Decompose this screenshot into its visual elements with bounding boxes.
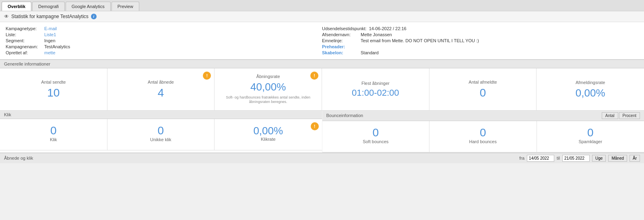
- bounce-stats: 0 Soft bounces 0 Hard bounces 0 Spamklag…: [322, 121, 644, 152]
- info-icon[interactable]: i: [91, 14, 97, 19]
- label-emnelinje: Emnelinje:: [322, 38, 358, 43]
- info-row-kampagnetype: Kampagnetype: E-mail: [6, 26, 322, 31]
- footer-label: Åbnede og klik: [4, 156, 33, 160]
- stat-afmeldingsrate: Afmeldingsrate 0,00%: [537, 68, 644, 110]
- period-btn-aar[interactable]: År: [630, 155, 640, 162]
- klik-section: Klik 0 Klik 0 Unikke klik ! 0,00% Klikra…: [0, 111, 322, 152]
- bounce-buttons: Antal Procent: [602, 112, 640, 119]
- label-kampagnetype: Kampagnetype:: [6, 26, 42, 31]
- page-title: Statistik for kampagne TestAnalytics: [11, 14, 89, 19]
- value-segment: Ingen: [44, 38, 56, 43]
- eye-icon: 👁: [4, 14, 9, 19]
- value-kampagnetype: E-mail: [44, 26, 57, 31]
- stat-value-soft-bounces: 0: [372, 127, 379, 139]
- label-afsender: Afsendernavn:: [322, 32, 358, 37]
- stat-label-abningsrate: Åbningsrate: [256, 74, 280, 79]
- value-emnelinje: Test email from Mette. DO NOT OPEN UNTIL…: [361, 38, 479, 43]
- alert-badge-abningsrate[interactable]: !: [310, 72, 318, 80]
- stat-klikrate: ! 0,00% Klikrate: [215, 119, 322, 150]
- value-skabelon: Standard: [361, 50, 379, 55]
- stat-value-antal-afmeldte: 0: [480, 87, 486, 99]
- stat-label-antal-abnede: Antal åbnede: [148, 80, 174, 84]
- label-kampagnenavn: Kampagnenavn:: [6, 44, 42, 49]
- stat-value-abningsrate: 40,00%: [250, 81, 286, 93]
- bounce-section-header: Bounceinformation Antal Procent: [322, 111, 644, 121]
- stat-klik: 0 Klik: [0, 119, 107, 150]
- klik-section-header: Klik: [0, 111, 322, 119]
- stat-value-hard-bounces: 0: [480, 127, 486, 139]
- stat-label-afmeldingsrate: Afmeldingsrate: [576, 80, 605, 85]
- lower-section: Klik 0 Klik 0 Unikke klik ! 0,00% Klikra…: [0, 111, 644, 153]
- stat-value-spamklager: 0: [587, 127, 594, 139]
- stat-antal-afmeldte: Antal afmeldte 0: [429, 68, 537, 110]
- info-row-skabelon: Skabelon: Standard: [322, 50, 638, 55]
- stat-unikke-klik: 0 Unikke klik: [107, 119, 215, 150]
- label-segment: Segment:: [6, 38, 42, 43]
- label-preheader: Preheader:: [322, 44, 358, 49]
- stat-label-unikke-klik: Unikke klik: [150, 137, 171, 142]
- stat-value-flest-abninger: 01:00-02:00: [352, 88, 399, 98]
- info-row-liste: Liste: Liste1: [6, 32, 322, 37]
- date-input-to[interactable]: [562, 155, 590, 162]
- info-row-preheader: Preheader:: [322, 44, 638, 49]
- stat-value-antal-abnede: 4: [158, 87, 164, 99]
- bounce-label: Bounceinformation: [326, 113, 363, 118]
- tab-bar: Overblik Demografi Google Analytics Prev…: [0, 0, 644, 11]
- stat-value-antal-sendte: 10: [47, 87, 60, 99]
- label-udsendelse: Udsendelsestidspunkt:: [322, 26, 367, 31]
- alert-badge-abnede[interactable]: !: [203, 72, 211, 80]
- info-row-udsendelse: Udsendelsestidspunkt: 14-06-2022 / 22:16: [322, 26, 638, 31]
- stats-row-top: Antal sendte 10 ! Antal åbnede 4 ! Åbnin…: [0, 68, 644, 111]
- info-row-afsender: Afsendernavn: Mette Jonassen: [322, 32, 638, 37]
- stat-abningsrate: ! Åbningsrate 40,00% Soft- og hardbounce…: [215, 68, 322, 110]
- bounce-btn-antal[interactable]: Antal: [602, 112, 618, 119]
- stat-value-klikrate: 0,00%: [253, 125, 283, 137]
- value-oprettet-af: mette: [44, 50, 56, 55]
- stat-antal-abnede: ! Antal åbnede 4: [107, 68, 215, 110]
- info-row-kampagnenavn: Kampagnenavn: TestAnalytics: [6, 44, 322, 49]
- footer-right: fra til Uge Måned År: [519, 155, 640, 162]
- tab-overblik[interactable]: Overblik: [2, 2, 31, 11]
- info-row-oprettet-af: Oprettet af: mette: [6, 50, 322, 55]
- value-kampagnenavn: TestAnalytics: [44, 44, 70, 49]
- stat-antal-sendte: Antal sendte 10: [0, 68, 107, 110]
- stat-label-soft-bounces: Soft bounces: [363, 139, 388, 144]
- stat-hard-bounces: 0 Hard bounces: [429, 121, 537, 152]
- label-oprettet-af: Oprettet af:: [6, 50, 42, 55]
- stat-flest-abninger: Flest åbninger 01:00-02:00: [322, 68, 429, 110]
- tab-google-analytics[interactable]: Google Analytics: [66, 2, 111, 11]
- tab-demografi[interactable]: Demografi: [32, 2, 65, 11]
- stat-value-unikke-klik: 0: [157, 125, 164, 137]
- value-liste: Liste1: [44, 32, 56, 37]
- value-afsender: Mette Jonassen: [361, 32, 392, 37]
- stat-spamklager: 0 Spamklager: [537, 121, 644, 152]
- stat-value-afmeldingsrate: 0,00%: [576, 87, 605, 99]
- stat-label-spamklager: Spamklager: [578, 139, 602, 144]
- stat-soft-bounces: 0 Soft bounces: [322, 121, 430, 152]
- label-liste: Liste:: [6, 32, 42, 37]
- campaign-info: Kampagnetype: E-mail Liste: Liste1 Segme…: [0, 22, 644, 60]
- stat-label-antal-sendte: Antal sendte: [41, 80, 66, 84]
- footer-bar: Åbnede og klik fra til Uge Måned År: [0, 153, 644, 163]
- stat-label-hard-bounces: Hard bounces: [469, 139, 497, 144]
- info-row-emnelinje: Emnelinje: Test email from Mette. DO NOT…: [322, 38, 638, 43]
- tab-preview[interactable]: Preview: [111, 2, 139, 11]
- label-skabelon: Skabelon:: [322, 50, 358, 55]
- campaign-info-right: Udsendelsestidspunkt: 14-06-2022 / 22:16…: [322, 26, 638, 55]
- stat-label-antal-afmeldte: Antal afmeldte: [469, 80, 497, 84]
- alert-badge-klikrate[interactable]: !: [311, 122, 319, 130]
- period-btn-maaned[interactable]: Måned: [608, 155, 627, 162]
- bounce-section: Bounceinformation Antal Procent 0 Soft b…: [322, 111, 644, 152]
- klik-label: Klik: [4, 112, 11, 117]
- footer-fra-label: fra: [519, 156, 524, 160]
- info-row-segment: Segment: Ingen: [6, 38, 322, 43]
- value-udsendelse: 14-06-2022 / 22:16: [369, 26, 407, 31]
- bounce-btn-procent[interactable]: Procent: [619, 112, 640, 119]
- stat-note-abningsrate: Soft- og hardbounces fratrækkes antal se…: [219, 95, 318, 105]
- stat-label-flest-abninger: Flest åbninger: [361, 81, 390, 86]
- period-btn-uge[interactable]: Uge: [592, 155, 606, 162]
- campaign-info-left: Kampagnetype: E-mail Liste: Liste1 Segme…: [6, 26, 322, 55]
- klik-stats: 0 Klik 0 Unikke klik ! 0,00% Klikrate: [0, 119, 322, 150]
- stat-label-klikrate: Klikrate: [261, 137, 276, 142]
- date-input-from[interactable]: [527, 155, 554, 162]
